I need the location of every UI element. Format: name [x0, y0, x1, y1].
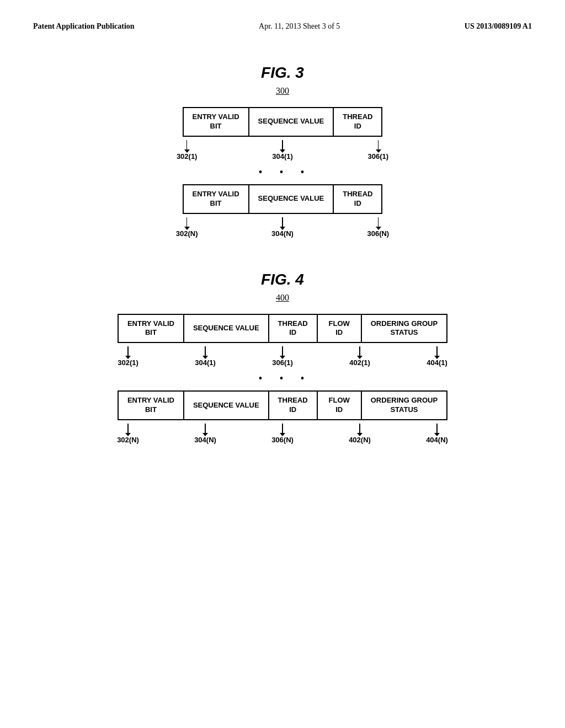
fig3-arrow5 [282, 217, 283, 227]
fig4-t2-col1: ENTRY VALIDBIT [118, 391, 184, 420]
fig4-t2-col2: SEQUENCE VALUE [184, 391, 269, 420]
fig3-t2-col2: SEQUENCE VALUE [249, 185, 334, 213]
fig3-label-302-1-text: 302(1) [177, 152, 198, 160]
page: Patent Application Publication Apr. 11, … [0, 0, 565, 728]
fig4-t1-col4: FLOWID [317, 314, 361, 343]
header-patent-number: US 2013/0089109 A1 [465, 22, 532, 31]
fig4-arrow5 [436, 346, 438, 356]
fig4-table2: ENTRY VALIDBIT SEQUENCE VALUE THREADID F… [118, 390, 447, 420]
fig3-table1: ENTRY VALIDBIT SEQUENCE VALUE THREADID [183, 107, 383, 137]
fig3-label-306-1-text: 306(1) [368, 152, 389, 160]
page-header: Patent Application Publication Apr. 11, … [33, 22, 532, 31]
fig4-arrow1 [127, 346, 129, 356]
fig4-label-402-1-text: 402(1) [349, 358, 370, 367]
fig3-t1-col3: THREADID [333, 108, 382, 136]
fig4-table1: ENTRY VALIDBIT SEQUENCE VALUE THREADID F… [118, 314, 447, 344]
fig4-label-302-1-text: 302(1) [118, 358, 138, 367]
fig4-dots: • • • [33, 372, 532, 385]
fig3-label2-306-n: 306(N) [367, 217, 389, 238]
fig4-label-402-n-text: 402(N) [349, 436, 371, 444]
fig4-label2-404-n: 404(N) [426, 424, 448, 444]
fig3-table2: ENTRY VALIDBIT SEQUENCE VALUE THREADID [183, 184, 383, 214]
fig3-arrow3 [378, 140, 379, 150]
fig4-label1-402-1: 402(1) [349, 346, 370, 367]
fig4-label2-306-n: 306(N) [271, 424, 294, 444]
fig3-t1-col2: SEQUENCE VALUE [249, 108, 334, 136]
fig4-number: 400 [33, 293, 532, 303]
fig3-t2-col3: THREADID [333, 185, 382, 213]
fig4-label1-302-1: 302(1) [118, 346, 138, 367]
fig3-arrow6 [378, 217, 379, 227]
fig4-label-306-1-text: 306(1) [272, 358, 293, 367]
fig4-t2-col5: ORDERING GROUPSTATUS [361, 391, 447, 420]
fig4-label1-306-1: 306(1) [272, 346, 293, 367]
fig4-arrow2 [205, 346, 206, 356]
fig3-t2-col1: ENTRY VALIDBIT [183, 185, 249, 213]
fig4-label1-404-1: 404(1) [427, 346, 447, 367]
fig4-label1-304-1: 304(1) [195, 346, 216, 367]
fig3-label2-302-n: 302(N) [176, 217, 198, 238]
fig4-arrow8 [282, 424, 283, 433]
fig4-label2-402-n: 402(N) [349, 424, 371, 444]
fig4-arrow9 [359, 424, 360, 433]
header-date-sheet: Apr. 11, 2013 Sheet 3 of 5 [259, 22, 340, 31]
figure-3-section: FIG. 3 300 ENTRY VALIDBIT SEQUENCE VALUE… [33, 64, 532, 238]
fig3-arrow4 [186, 217, 188, 227]
fig4-t1-col2: SEQUENCE VALUE [184, 314, 269, 343]
fig3-arrow2 [282, 140, 283, 150]
figure-4-section: FIG. 4 400 ENTRY VALIDBIT SEQUENCE VALUE… [33, 271, 532, 445]
fig4-label-302-n-text: 302(N) [117, 436, 139, 444]
fig3-labels2: 302(N) 304(N) 306(N) [139, 217, 426, 238]
fig4-t2-col4: FLOWID [317, 391, 361, 420]
fig4-t2-col3: THREADID [269, 391, 317, 420]
fig4-arrow4 [359, 346, 360, 356]
fig3-label1-306-1: 306(1) [368, 140, 389, 160]
fig4-arrow7 [205, 424, 206, 433]
fig3-table1-container: ENTRY VALIDBIT SEQUENCE VALUE THREADID [33, 107, 532, 137]
fig4-label-404-n-text: 404(N) [426, 436, 448, 444]
fig4-table2-container: ENTRY VALIDBIT SEQUENCE VALUE THREADID F… [33, 390, 532, 420]
fig4-table1-container: ENTRY VALIDBIT SEQUENCE VALUE THREADID F… [33, 314, 532, 344]
fig3-labels1: 302(1) 304(1) 306(1) [139, 140, 426, 160]
fig3-table2-container: ENTRY VALIDBIT SEQUENCE VALUE THREADID [33, 184, 532, 214]
fig3-title: FIG. 3 [33, 64, 532, 82]
fig4-t1-col5: ORDERING GROUPSTATUS [361, 314, 447, 343]
header-publication-label: Patent Application Publication [33, 22, 135, 31]
fig4-title: FIG. 4 [33, 271, 532, 288]
fig4-labels2: 302(N) 304(N) 306(N) 402(N) 404(N) [89, 424, 476, 444]
fig3-label-304-n-text: 304(N) [271, 229, 294, 238]
fig4-t1-col1: ENTRY VALIDBIT [118, 314, 184, 343]
fig4-label-306-n-text: 306(N) [271, 436, 294, 444]
fig4-arrow10 [436, 424, 438, 433]
fig3-arrow1 [186, 140, 188, 150]
fig3-label2-304-n: 304(N) [271, 217, 294, 238]
fig3-dots: • • • [33, 166, 532, 179]
fig3-label1-302-1: 302(1) [177, 140, 198, 160]
fig4-label-404-1-text: 404(1) [427, 358, 447, 367]
fig3-label-302-n-text: 302(N) [176, 229, 198, 238]
fig4-t1-col3: THREADID [269, 314, 317, 343]
fig4-arrow6 [127, 424, 129, 433]
fig3-number: 300 [33, 86, 532, 96]
fig4-label2-302-n: 302(N) [117, 424, 139, 444]
fig4-label-304-1-text: 304(1) [195, 358, 216, 367]
fig4-labels1: 302(1) 304(1) 306(1) 402(1) 404(1) [89, 346, 476, 367]
fig3-label-304-1-text: 304(1) [272, 152, 293, 160]
fig4-label-304-n-text: 304(N) [194, 436, 216, 444]
fig4-label2-304-n: 304(N) [194, 424, 216, 444]
fig3-t1-col1: ENTRY VALIDBIT [183, 108, 249, 136]
fig4-arrow3 [282, 346, 283, 356]
fig3-label-306-n-text: 306(N) [367, 229, 389, 238]
fig3-label1-304-1: 304(1) [272, 140, 293, 160]
